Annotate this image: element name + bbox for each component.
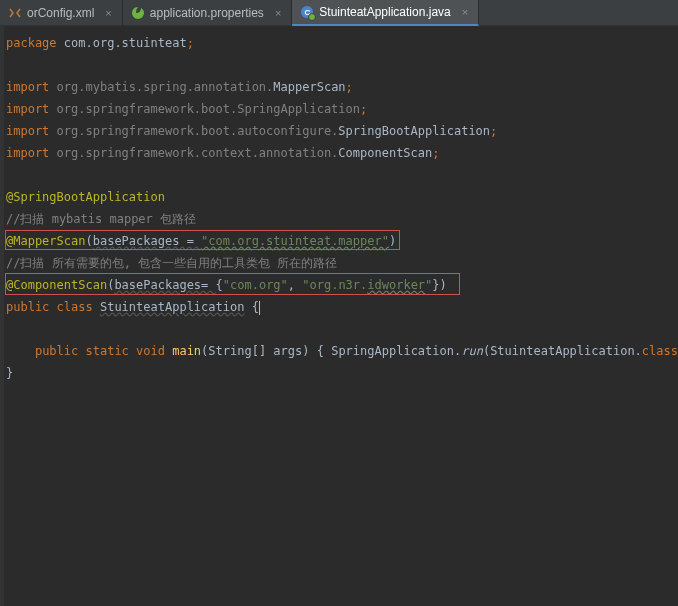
code-line: //扫描 所有需要的包, 包含一些自用的工具类包 所在的路径	[6, 252, 678, 274]
text-cursor	[259, 301, 260, 315]
tab-application-properties[interactable]: application.properties ×	[123, 0, 293, 26]
code-line: }	[6, 362, 678, 384]
code-line: import org.springframework.context.annot…	[6, 142, 678, 164]
spring-java-icon: C	[300, 5, 314, 19]
code-line: @SpringBootApplication	[6, 186, 678, 208]
code-line: public static void main(String[] args) {…	[6, 340, 678, 362]
tab-label: application.properties	[150, 6, 264, 20]
tab-label: StuinteatApplication.java	[319, 5, 450, 19]
spring-props-icon	[131, 6, 145, 20]
code-line: package com.org.stuinteat;	[6, 32, 678, 54]
tab-stuinteat-application[interactable]: C StuinteatApplication.java ×	[292, 0, 479, 26]
code-line	[6, 318, 678, 340]
code-line: import org.springframework.boot.autoconf…	[6, 120, 678, 142]
tab-label: orConfig.xml	[27, 6, 94, 20]
code-line: import org.springframework.boot.SpringAp…	[6, 98, 678, 120]
code-line: //扫描 mybatis mapper 包路径	[6, 208, 678, 230]
code-line: @ComponentScan(basePackages= {"com.org",…	[6, 274, 678, 296]
code-editor[interactable]: package com.org.stuinteat; import org.my…	[0, 26, 678, 384]
close-icon[interactable]: ×	[273, 7, 283, 19]
code-line: @MapperScan(basePackages = "com.org.stui…	[6, 230, 678, 252]
tab-orconfig-xml[interactable]: orConfig.xml ×	[0, 0, 123, 26]
code-line: import org.mybatis.spring.annotation.Map…	[6, 76, 678, 98]
editor-tabs: orConfig.xml × application.properties × …	[0, 0, 678, 26]
code-line: public class StuinteatApplication {	[6, 296, 678, 318]
xml-file-icon	[8, 6, 22, 20]
code-line	[6, 54, 678, 76]
close-icon[interactable]: ×	[460, 6, 470, 18]
code-line	[6, 164, 678, 186]
close-icon[interactable]: ×	[103, 7, 113, 19]
